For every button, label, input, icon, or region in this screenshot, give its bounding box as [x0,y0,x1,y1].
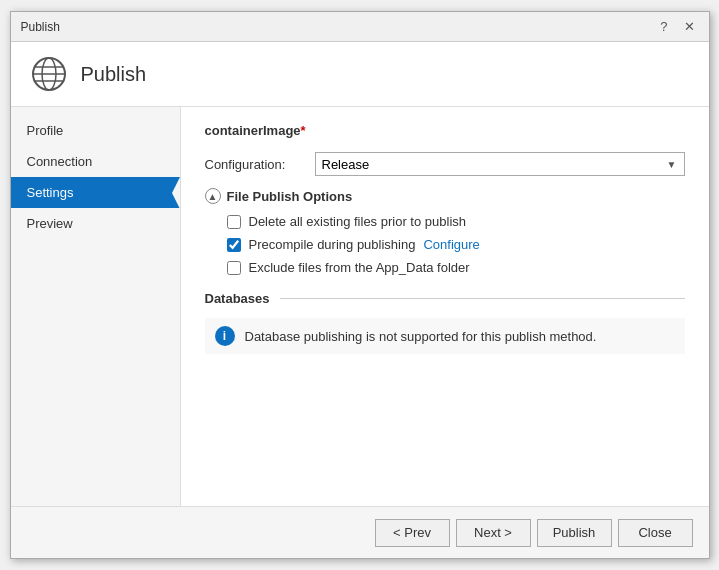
file-publish-options-header[interactable]: ▲ File Publish Options [205,188,685,204]
databases-header: Databases [205,291,685,306]
close-title-button[interactable]: ✕ [680,20,699,33]
close-button[interactable]: Close [618,519,693,547]
delete-files-label: Delete all existing files prior to publi… [249,214,467,229]
publish-dialog: Publish ? ✕ Publish Profile Conne [10,11,710,559]
next-button[interactable]: Next > [456,519,531,547]
databases-section: Databases i Database publishing is not s… [205,291,685,354]
required-marker: * [301,123,306,138]
main-content: containerImage* Configuration: Release D… [181,107,709,506]
databases-info-text: Database publishing is not supported for… [245,329,597,344]
sidebar: Profile Connection Settings Preview [11,107,181,506]
databases-info-box: i Database publishing is not supported f… [205,318,685,354]
databases-divider [280,298,685,299]
header-title: Publish [81,63,147,86]
configuration-select-wrapper: Release Debug [315,152,685,176]
sidebar-item-preview[interactable]: Preview [11,208,180,239]
prev-button[interactable]: < Prev [375,519,450,547]
databases-title: Databases [205,291,270,306]
checkbox-precompile: Precompile during publishing Configure [227,237,685,252]
delete-files-checkbox[interactable] [227,215,241,229]
help-button[interactable]: ? [656,20,671,33]
configure-link[interactable]: Configure [423,237,479,252]
configuration-row: Configuration: Release Debug [205,152,685,176]
info-icon: i [215,326,235,346]
checkbox-delete-files: Delete all existing files prior to publi… [227,214,685,229]
dialog-body: Profile Connection Settings Preview cont… [11,107,709,506]
precompile-label: Precompile during publishing [249,237,416,252]
title-bar: Publish ? ✕ [11,12,709,42]
dialog-footer: < Prev Next > Publish Close [11,506,709,558]
precompile-checkbox[interactable] [227,238,241,252]
file-publish-options: ▲ File Publish Options Delete all existi… [205,188,685,275]
exclude-appdata-label: Exclude files from the App_Data folder [249,260,470,275]
file-publish-options-title: File Publish Options [227,189,353,204]
dialog-header: Publish [11,42,709,107]
publish-button[interactable]: Publish [537,519,612,547]
title-bar-title: Publish [21,20,60,34]
checkbox-exclude-appdata: Exclude files from the App_Data folder [227,260,685,275]
exclude-appdata-checkbox[interactable] [227,261,241,275]
configuration-label: Configuration: [205,157,315,172]
sidebar-item-connection[interactable]: Connection [11,146,180,177]
configuration-select[interactable]: Release Debug [315,152,685,176]
title-bar-left: Publish [21,20,60,34]
section-title: containerImage* [205,123,685,138]
collapse-icon: ▲ [205,188,221,204]
sidebar-item-settings[interactable]: Settings [11,177,180,208]
sidebar-item-profile[interactable]: Profile [11,115,180,146]
title-bar-controls: ? ✕ [656,20,698,33]
globe-icon [31,56,67,92]
